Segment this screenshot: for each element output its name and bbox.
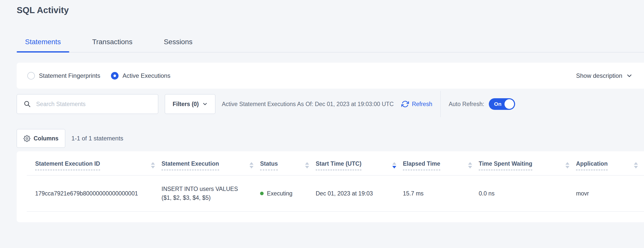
radio-statement-fingerprints[interactable]: Statement Fingerprints: [27, 72, 100, 80]
column-header-start-time[interactable]: Start Time (UTC): [316, 160, 403, 175]
tab-transactions[interactable]: Transactions: [84, 38, 141, 52]
table-header-row: Statement Execution ID Statement Executi…: [27, 151, 644, 176]
columns-button-label: Columns: [34, 135, 58, 142]
result-count: 1-1 of 1 statements: [71, 135, 123, 142]
table-row[interactable]: 179cca7921e679b80000000000000001 INSERT …: [27, 176, 644, 212]
refresh-icon: [401, 100, 409, 108]
chevron-down-icon: [626, 73, 632, 79]
filters-label: Filters (0): [173, 101, 199, 108]
page-title: SQL Activity: [17, 0, 644, 15]
tab-statements-label: Statements: [25, 38, 61, 46]
show-description-button[interactable]: Show description: [576, 72, 632, 79]
cell-status: Executing: [260, 190, 316, 197]
chevron-down-icon: [202, 102, 208, 107]
column-header-status[interactable]: Status: [260, 160, 316, 175]
sort-arrows-icon[interactable]: [468, 162, 472, 168]
column-header-label[interactable]: Status: [260, 160, 278, 170]
column-header-application[interactable]: Application: [576, 160, 644, 175]
sort-arrows-icon[interactable]: [305, 162, 309, 168]
search-icon: [24, 100, 31, 108]
radio-circle-icon[interactable]: [27, 72, 35, 80]
filters-button[interactable]: Filters (0): [165, 94, 215, 114]
radio-active-executions-label: Active Executions: [123, 72, 170, 79]
tab-statements[interactable]: Statements: [17, 38, 69, 52]
column-header-time-spent-waiting[interactable]: Time Spent Waiting: [479, 160, 576, 175]
statement-line-2: ($1, $2, $3, $4, $5): [162, 193, 254, 202]
tab-transactions-label: Transactions: [92, 38, 132, 46]
sort-arrows-icon[interactable]: [151, 162, 155, 168]
refresh-label: Refresh: [412, 101, 432, 108]
columns-button[interactable]: Columns: [17, 129, 65, 148]
search-box[interactable]: [17, 94, 158, 114]
statements-table: Statement Execution ID Statement Executi…: [27, 151, 644, 212]
column-header-elapsed-time[interactable]: Elapsed Time: [403, 160, 479, 175]
column-header-label[interactable]: Application: [576, 160, 608, 170]
cell-time-spent-waiting: 0.0 ns: [479, 190, 576, 197]
vertical-divider: [440, 91, 441, 117]
status-label: Executing: [267, 190, 292, 197]
column-header-label[interactable]: Statement Execution ID: [35, 160, 100, 170]
gear-icon: [24, 135, 30, 142]
as-of-text: Active Statement Executions As Of: Dec 0…: [222, 101, 394, 108]
tab-sessions-label: Sessions: [164, 38, 193, 46]
sort-arrows-icon[interactable]: [249, 162, 254, 168]
statements-table-card: Statement Execution ID Statement Executi…: [17, 151, 644, 222]
column-header-label[interactable]: Elapsed Time: [403, 160, 440, 170]
column-header-statement-execution[interactable]: Statement Execution: [162, 160, 260, 175]
radio-statement-fingerprints-label: Statement Fingerprints: [39, 72, 100, 79]
sort-arrows-icon[interactable]: [565, 162, 569, 168]
radio-active-executions[interactable]: Active Executions: [111, 72, 170, 80]
tab-bar: Statements Transactions Sessions: [17, 38, 644, 53]
sql-activity-page: SQL Activity Statements Transactions Ses…: [0, 0, 644, 248]
sort-arrows-icon[interactable]: [392, 162, 396, 168]
toggle-state-label: On: [494, 101, 501, 107]
column-header-label[interactable]: Start Time (UTC): [316, 160, 361, 170]
controls-row: Filters (0) Active Statement Executions …: [17, 94, 644, 114]
toggle-knob[interactable]: [504, 99, 514, 109]
column-header-label[interactable]: Time Spent Waiting: [479, 160, 532, 170]
column-header-label[interactable]: Statement Execution: [162, 160, 219, 170]
table-controls-row: Columns 1-1 of 1 statements: [17, 129, 644, 148]
cell-application: movr: [576, 190, 644, 197]
refresh-button[interactable]: Refresh: [401, 100, 432, 108]
auto-refresh-label: Auto Refresh:: [449, 101, 484, 108]
status-dot-icon: [260, 192, 264, 195]
tab-sessions[interactable]: Sessions: [155, 38, 201, 52]
show-description-label: Show description: [576, 72, 622, 79]
cell-start-time: Dec 01, 2023 at 19:03: [316, 190, 403, 197]
radio-circle-icon[interactable]: [111, 72, 119, 80]
auto-refresh-toggle[interactable]: On: [489, 98, 515, 110]
cell-statement[interactable]: INSERT INTO users VALUES ($1, $2, $3, $4…: [162, 185, 260, 202]
view-mode-card: Statement Fingerprints Active Executions…: [17, 63, 644, 89]
cell-elapsed-time: 15.7 ms: [403, 190, 479, 197]
sort-arrows-icon[interactable]: [634, 162, 638, 168]
statement-line-1: INSERT INTO users VALUES: [162, 185, 254, 193]
search-input[interactable]: [36, 101, 153, 108]
cell-execution-id[interactable]: 179cca7921e679b80000000000000001: [27, 190, 162, 197]
column-header-statement-execution-id[interactable]: Statement Execution ID: [27, 160, 162, 175]
